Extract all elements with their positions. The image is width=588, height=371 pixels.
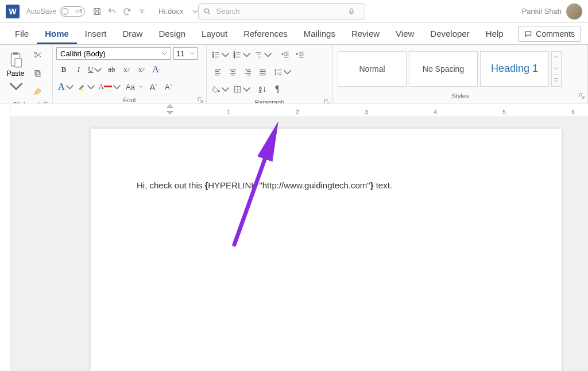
show-hide-button[interactable]: ¶ [270,82,284,96]
svg-rect-1 [95,11,98,14]
tab-mailings[interactable]: Mailings [296,23,343,44]
align-center-button[interactable] [226,65,239,79]
numbering-button[interactable]: 123 [232,48,252,61]
chevron-down-icon[interactable] [192,9,198,14]
group-paragraph: 123 AZ ¶ Paragraph [207,45,333,103]
justify-button[interactable] [256,65,269,79]
align-left-button[interactable] [211,65,225,79]
style-normal[interactable]: Normal [338,51,407,87]
group-label-font: Font [123,96,136,103]
chevron-down-icon [113,83,121,91]
subscript-button[interactable]: x2 [119,63,133,76]
word-logo-icon: W [6,5,20,18]
shading-button[interactable] [211,82,231,96]
indent-marker-icon[interactable] [167,105,173,116]
grow-font-button[interactable]: A˄ [147,80,161,94]
ruler-tick: 5 [502,109,506,115]
tab-file[interactable]: File [7,23,37,44]
group-font: Calibri (Body) 11 B I U ab x2 x2 A▫ A A … [53,45,207,103]
chevron-down-icon [242,51,251,59]
tab-references[interactable]: References [235,23,296,44]
search-placeholder: Search [216,7,347,16]
strike-button[interactable]: ab [105,63,118,76]
horizontal-ruler[interactable]: 1 2 3 4 5 6 [10,103,588,117]
borders-button[interactable] [232,82,252,96]
italic-button[interactable]: I [72,63,86,76]
tab-design[interactable]: Design [150,23,194,44]
underline-button[interactable]: U [87,63,103,76]
bucket-icon [212,85,220,94]
font-size-dropdown[interactable]: 11 [173,47,198,60]
svg-point-18 [218,90,220,92]
document-body-text[interactable]: Hi, check out this {HYPERLINK "http://ww… [137,180,516,190]
sort-button[interactable]: AZ [256,82,269,96]
comments-label: Comments [536,29,575,38]
font-name-dropdown[interactable]: Calibri (Body) [56,47,171,60]
cut-button[interactable] [30,48,44,61]
bullets-button[interactable] [211,48,231,61]
tab-help[interactable]: Help [478,23,512,44]
dialog-launcher-styles[interactable] [578,93,585,100]
user-name[interactable]: Pankil Shah [522,7,562,16]
styles-up-button[interactable] [552,52,561,63]
shrink-font-button[interactable]: A˅ [162,80,176,94]
save-icon[interactable] [90,4,105,19]
avatar[interactable] [566,3,582,20]
highlight-button[interactable] [76,80,96,94]
paintbrush-icon [33,87,42,96]
document-name[interactable]: Hi.docx [158,7,183,16]
left-gutter [0,103,10,371]
mic-icon[interactable] [347,7,355,16]
decrease-indent-button[interactable] [278,48,292,61]
tab-developer[interactable]: Developer [422,23,477,44]
align-right-button[interactable] [241,65,254,79]
tab-review[interactable]: Review [343,23,388,44]
text-effects-button[interactable]: A▫ [149,63,163,76]
superscript-button[interactable]: x2 [134,63,148,76]
tab-layout[interactable]: Layout [194,23,235,44]
chevron-down-icon [190,51,195,56]
undo-icon[interactable] [105,4,119,19]
search-input[interactable]: Search [198,3,365,20]
ruler-tick: 3 [365,109,368,115]
ruler-tick: 4 [434,109,437,115]
qat-more-icon[interactable] [134,4,149,19]
chevron-down-icon [554,66,559,71]
svg-rect-0 [94,8,100,14]
font-color-button[interactable]: A [98,80,122,94]
chevron-down-icon [161,51,167,56]
tab-view[interactable]: View [388,23,422,44]
indent-icon [296,51,304,59]
tab-draw[interactable]: Draw [114,23,150,44]
chevron-down-bar-icon [554,78,559,82]
clipboard-icon [8,51,23,68]
tab-home[interactable]: Home [37,23,77,44]
bold-button[interactable]: B [57,63,71,76]
paste-label: Paste [7,69,25,78]
chevron-down-icon [9,78,24,95]
increase-indent-button[interactable] [293,48,307,61]
document-page[interactable]: Hi, check out this {HYPERLINK "http://ww… [91,129,562,371]
borders-icon [233,85,242,94]
ruler-tick: 6 [571,109,575,115]
ruler-tick: 2 [296,109,299,115]
line-spacing-button[interactable] [273,65,293,79]
redo-icon[interactable] [119,4,134,19]
chevron-down-icon [138,84,143,89]
paste-button[interactable]: Paste [3,51,28,95]
chevron-down-icon [87,83,95,91]
page-scroll[interactable]: Hi, check out this {HYPERLINK "http://ww… [10,117,588,371]
multilevel-button[interactable] [253,48,273,61]
copy-button[interactable] [30,66,44,80]
styles-down-button[interactable] [552,63,561,75]
text-effects2-button[interactable]: A [57,80,75,94]
style-heading1[interactable]: Heading 1 [480,51,549,87]
autosave-toggle[interactable]: Off [60,6,85,17]
svg-point-14 [212,56,214,57]
styles-gallery-button[interactable] [552,75,561,86]
format-painter-button[interactable] [30,84,44,98]
change-case-button[interactable]: Aa [123,80,137,94]
comments-button[interactable]: Comments [518,26,581,42]
style-no-spacing[interactable]: No Spacing [409,51,478,87]
tab-insert[interactable]: Insert [77,23,115,44]
